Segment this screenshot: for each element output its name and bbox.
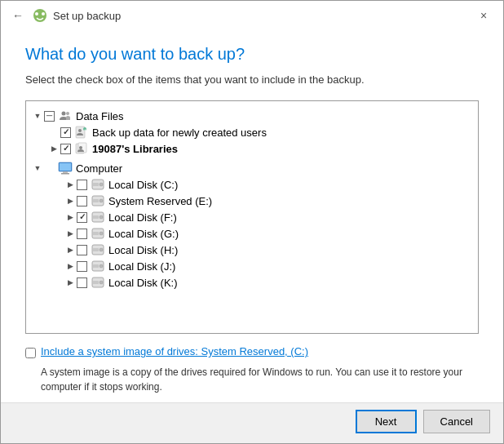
svg-rect-13: [60, 163, 71, 171]
svg-point-2: [42, 12, 45, 16]
expander-computer[interactable]: [31, 162, 44, 175]
tree-item-disk-k[interactable]: Local Disk (K:): [31, 274, 473, 291]
expander-disk-f[interactable]: [64, 211, 77, 224]
expander-disk-h[interactable]: [64, 243, 77, 256]
svg-point-6: [78, 129, 82, 132]
content-area: What do you want to back up? Select the …: [1, 29, 503, 402]
hdd-j-icon: [91, 260, 105, 273]
checkbox-disk-f[interactable]: [77, 212, 87, 223]
tree-item-disk-h[interactable]: Local Disk (H:): [31, 242, 473, 258]
expander-disk-c[interactable]: [64, 178, 77, 191]
users-doc-icon: +: [74, 126, 89, 139]
hdd-k-icon: [91, 276, 105, 289]
tree-item-disk-c[interactable]: Local Disk (C:): [31, 176, 473, 193]
svg-point-11: [79, 146, 82, 149]
label-disk-k: Local Disk (K:): [108, 277, 178, 289]
checkbox-disk-e[interactable]: [77, 196, 87, 206]
hdd-h-icon: [91, 243, 105, 256]
svg-point-17: [99, 183, 103, 186]
hdd-c-icon: [91, 178, 105, 191]
footer: Next Cancel: [1, 402, 503, 443]
svg-point-35: [99, 281, 103, 284]
svg-rect-33: [93, 264, 99, 268]
label-disk-e: System Reserved (E:): [108, 195, 212, 207]
expander-libraries[interactable]: [47, 142, 60, 155]
tree-container: Data Files + Back up data for newly crea…: [25, 100, 479, 334]
tree-item-new-users[interactable]: + Back up data for newly created users: [31, 124, 473, 140]
label-disk-c: Local Disk (C:): [108, 179, 178, 191]
svg-rect-18: [93, 183, 99, 186]
checkbox-new-users[interactable]: [60, 127, 71, 138]
checkbox-data-files[interactable]: [44, 111, 55, 122]
hdd-f-icon: [91, 211, 105, 224]
hdd-g-icon: [91, 227, 105, 240]
label-disk-h: Local Disk (H:): [108, 244, 178, 256]
next-button[interactable]: Next: [356, 410, 417, 433]
svg-rect-36: [93, 281, 99, 284]
label-disk-j: Local Disk (J:): [108, 260, 175, 273]
tree-item-disk-g[interactable]: Local Disk (G:): [31, 225, 473, 242]
hdd-e-icon: [91, 194, 105, 207]
users-icon: [58, 109, 73, 122]
svg-point-4: [66, 112, 69, 115]
tree-item-libraries[interactable]: 19087's Libraries: [31, 140, 473, 157]
system-image-description: A system image is a copy of the drives r…: [41, 365, 479, 394]
svg-point-3: [62, 112, 66, 116]
label-disk-f: Local Disk (F:): [108, 211, 177, 224]
svg-rect-14: [63, 171, 68, 173]
no-checkbox-computer: [44, 163, 55, 174]
system-image-section: Include a system image of drives: System…: [25, 345, 479, 394]
svg-point-1: [35, 12, 38, 16]
system-image-row: Include a system image of drives: System…: [25, 345, 479, 358]
label-libraries: 19087's Libraries: [92, 143, 178, 155]
label-data-files: Data Files: [76, 110, 124, 122]
page-title: What do you want to back up?: [25, 45, 479, 64]
svg-rect-24: [93, 215, 99, 219]
system-image-label[interactable]: Include a system image of drives: System…: [41, 345, 308, 357]
main-window: ← Set up backup × What do you want to ba…: [0, 0, 504, 444]
checkbox-disk-h[interactable]: [77, 245, 87, 255]
system-image-checkbox[interactable]: [25, 348, 36, 358]
computer-icon: [58, 162, 73, 175]
label-computer: Computer: [76, 162, 122, 175]
label-disk-g: Local Disk (G:): [108, 228, 179, 240]
svg-point-32: [99, 264, 103, 268]
label-new-users: Back up data for newly created users: [92, 127, 267, 139]
tree-item-disk-e[interactable]: System Reserved (E:): [31, 193, 473, 209]
cancel-button[interactable]: Cancel: [423, 410, 490, 433]
svg-point-23: [99, 215, 103, 219]
expander-disk-k[interactable]: [64, 276, 77, 289]
setup-icon: [32, 7, 48, 24]
expander-disk-j[interactable]: [64, 260, 77, 273]
tree-item-computer[interactable]: Computer: [31, 160, 473, 176]
checkbox-disk-c[interactable]: [77, 180, 87, 190]
title-bar: ← Set up backup ×: [1, 1, 503, 29]
back-button[interactable]: ←: [9, 7, 27, 24]
window-title: Set up backup: [53, 10, 121, 22]
tree-item-data-files[interactable]: Data Files: [31, 108, 473, 124]
close-button[interactable]: ×: [472, 7, 495, 24]
expander-disk-e[interactable]: [64, 194, 77, 207]
title-bar-left: ← Set up backup: [9, 7, 121, 24]
library-icon: [74, 142, 89, 155]
svg-point-20: [99, 199, 103, 202]
checkbox-disk-j[interactable]: [77, 261, 87, 272]
checkbox-disk-k[interactable]: [77, 278, 87, 288]
expander-data-files[interactable]: [31, 109, 44, 122]
expander-disk-g[interactable]: [64, 227, 77, 240]
checkbox-disk-g[interactable]: [77, 229, 87, 239]
svg-rect-21: [93, 199, 99, 202]
page-subtitle: Select the check box of the items that y…: [25, 73, 479, 86]
svg-rect-30: [93, 248, 99, 251]
svg-rect-27: [93, 232, 99, 235]
svg-point-29: [99, 248, 103, 251]
tree-item-disk-f[interactable]: Local Disk (F:): [31, 209, 473, 225]
checkbox-libraries[interactable]: [60, 144, 71, 154]
tree-item-disk-j[interactable]: Local Disk (J:): [31, 258, 473, 274]
svg-rect-15: [61, 173, 69, 175]
svg-point-26: [99, 232, 103, 235]
